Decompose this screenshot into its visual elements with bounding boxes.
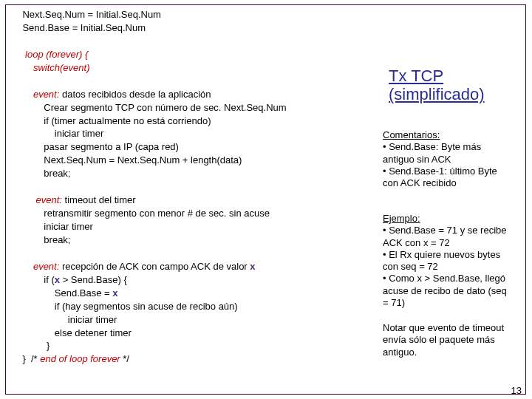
line: Send.Base = Initial.Seq.Num — [12, 22, 146, 33]
line: Next.Seq.Num = Initial.Seq.Num — [12, 9, 161, 20]
keyword: switch(event) — [33, 62, 90, 73]
keyword: event: — [36, 194, 62, 205]
line: iniciar timer — [12, 221, 93, 232]
line: Send.Base = x — [12, 287, 117, 299]
title-line-1: Tx TCP — [389, 66, 443, 85]
line: if (hay segmentos sin acuse de recibo aú… — [12, 301, 238, 312]
note-block: Notar que evento de timeout envía sólo e… — [383, 322, 514, 358]
slide: Next.Seq.Num = Initial.Seq.Num Send.Base… — [0, 0, 532, 399]
title-line-2: (simplificado) — [389, 85, 485, 103]
example-block: Ejemplo: • Send.Base = 71 y se recibe AC… — [383, 213, 514, 309]
line: break; — [12, 168, 70, 179]
keyword: event: — [33, 89, 59, 100]
line: Next.Seq.Num = Next.Seq.Num + length(dat… — [12, 154, 242, 166]
comments-block: Comentarios: • Send.Base: Byte más antig… — [383, 129, 514, 189]
line: event: datos recibidos desde la aplicaci… — [12, 89, 211, 100]
line: loop (forever) { — [12, 49, 88, 60]
example-heading: Ejemplo: — [383, 213, 420, 224]
comments-bullet: • Send.Base-1: último Byte con ACK recib… — [383, 166, 497, 188]
line: retransmitir segmento con menor # de sec… — [12, 208, 270, 219]
line: event: recepción de ACK con campo ACK de… — [12, 261, 256, 272]
variable: x — [250, 261, 255, 272]
example-bullet: • Como x > Send.Base, llegó acuse de rec… — [383, 273, 507, 308]
slide-title: Tx TCP (simplificado) — [389, 66, 514, 104]
line: break; — [12, 234, 70, 245]
line: Crear segmento TCP con número de sec. Ne… — [12, 102, 287, 113]
line: switch(event) — [12, 62, 89, 73]
line: iniciar timer — [12, 314, 117, 325]
variable: x — [55, 274, 60, 285]
line: else detener timer — [12, 327, 132, 338]
comments-bullet: • Send.Base: Byte más antiguo sin ACK — [383, 141, 481, 164]
example-bullet: • El Rx quiere nuevos bytes con seq = 72 — [383, 249, 500, 272]
line: iniciar timer — [12, 128, 103, 139]
example-bullet: • Send.Base = 71 y se recibe ACK con x =… — [383, 225, 507, 248]
page-number: 13 — [511, 385, 522, 396]
variable: x — [112, 287, 117, 299]
keyword: loop (forever) { — [25, 49, 88, 60]
line: if (x > Send.Base) { — [12, 274, 127, 285]
comments-heading: Comentarios: — [383, 129, 440, 140]
keyword: end of loop forever — [40, 353, 120, 364]
line: } — [12, 340, 50, 351]
line: pasar segmento a IP (capa red) — [12, 141, 179, 152]
line: if (timer actualmente no está corriendo) — [12, 115, 211, 126]
keyword: event: — [33, 261, 59, 272]
line: } /* end of loop forever */ — [12, 353, 129, 364]
line: event: timeout del timer — [12, 194, 136, 205]
